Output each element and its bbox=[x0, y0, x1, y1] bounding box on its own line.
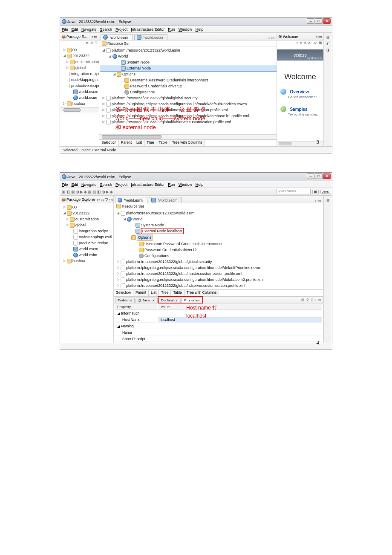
tree-row[interactable]: ▷global bbox=[61, 65, 99, 71]
tree-row[interactable]: ▷00 bbox=[61, 47, 99, 53]
bottom-view-tabs[interactable]: Problems@ JavadocDeclarationProperties ▤… bbox=[114, 297, 323, 304]
home-icon[interactable]: ⌂ bbox=[296, 41, 298, 46]
prop-section[interactable]: ◢ Naming bbox=[115, 324, 322, 329]
workbench-link[interactable]: Workbench bbox=[307, 57, 322, 60]
minimize-view-icon[interactable]: ▫ bbox=[315, 199, 316, 203]
tree-row[interactable]: External Node bbox=[100, 65, 277, 71]
maximize-view-icon[interactable]: ▭ bbox=[317, 199, 321, 203]
tree-row[interactable]: External Node localhost bbox=[115, 228, 323, 234]
perspective-icon[interactable]: ◧ bbox=[326, 42, 330, 46]
menu-help[interactable]: Help bbox=[196, 27, 204, 32]
prop-value[interactable] bbox=[158, 336, 322, 342]
bottom-tab-parent[interactable]: Parent bbox=[133, 290, 149, 296]
menu-project[interactable]: Project bbox=[115, 182, 127, 187]
maximize-button[interactable]: □ bbox=[315, 18, 323, 24]
editor-tab-esim[interactable]: *world.esim bbox=[115, 197, 147, 203]
twist-icon[interactable]: ▷ bbox=[102, 113, 106, 119]
bottom-tab-table[interactable]: Table bbox=[156, 140, 170, 146]
tree-row[interactable]: ▷huahua bbox=[61, 101, 99, 107]
properties-table[interactable]: PropertyValue ◢ InformationHost Nameloca… bbox=[114, 304, 323, 343]
tree-row[interactable]: ◢20123322 bbox=[61, 210, 113, 216]
twist-icon[interactable]: ▷ bbox=[63, 101, 67, 107]
twist-icon[interactable]: ▷ bbox=[102, 107, 106, 113]
twist-icon[interactable]: ▷ bbox=[66, 65, 70, 71]
a-minus-icon[interactable]: A⁻ bbox=[308, 41, 312, 46]
tree-row[interactable]: ▷platform:/plugin/org.eclipse.scada.conf… bbox=[115, 277, 323, 283]
tree-row[interactable]: ◢platform:/resource/20123322/world.esim bbox=[115, 210, 323, 216]
tree-row[interactable]: ▷platform:/resource/20123322/global/mast… bbox=[115, 271, 323, 277]
twist-icon[interactable]: ◢ bbox=[109, 53, 112, 59]
twist-icon[interactable]: ◢ bbox=[63, 210, 67, 216]
menu-project[interactable]: Project bbox=[115, 27, 127, 32]
menu-navigate[interactable]: Navigate bbox=[81, 182, 97, 187]
overview-item[interactable]: Overview Get an overview of bbox=[280, 87, 322, 99]
prop-value[interactable]: localhost bbox=[158, 317, 322, 323]
tree-row[interactable]: nodeMappings.esdi bbox=[61, 234, 113, 240]
tree-row[interactable]: ◢20123322 bbox=[61, 53, 99, 59]
tree-row[interactable]: Password Credentials driver12 bbox=[115, 247, 323, 253]
menu-file[interactable]: File bbox=[62, 27, 68, 32]
menu-run[interactable]: Run bbox=[168, 27, 175, 32]
link-editor-icon[interactable]: ⚏ bbox=[101, 197, 104, 202]
tree-row[interactable]: world.esim bbox=[61, 95, 99, 101]
bottom-tab-tree-with-columns[interactable]: Tree with Columns bbox=[184, 290, 219, 296]
fwd-icon[interactable]: ⇨ bbox=[304, 41, 307, 46]
perspective-icon[interactable]: ▦ bbox=[326, 198, 330, 202]
collapse-all-icon[interactable]: ⇄ bbox=[97, 197, 100, 202]
back-icon[interactable]: ⇦ bbox=[300, 41, 303, 46]
twist-icon[interactable]: ▷ bbox=[63, 47, 67, 53]
pkg-hscroll[interactable] bbox=[60, 107, 99, 113]
perspective-bar[interactable]: ▦ ◧ ◨ bbox=[323, 33, 332, 146]
twist-icon[interactable]: ▷ bbox=[117, 259, 121, 265]
tree-row[interactable]: integration.recipe bbox=[61, 71, 99, 77]
tree-row[interactable]: ▷platform:/resource/20123322/global/hdse… bbox=[115, 283, 323, 289]
view-max-icon[interactable]: ▭ bbox=[94, 35, 98, 39]
tree-row[interactable]: Options bbox=[115, 234, 323, 241]
pin-icon[interactable]: ⚲ bbox=[306, 298, 309, 302]
prop-section[interactable]: ◢ Information bbox=[115, 311, 322, 316]
bottom-tab-parent[interactable]: Parent bbox=[119, 140, 134, 146]
tree-row[interactable]: Username Password Credentials interconne… bbox=[115, 241, 323, 247]
perspective-bar[interactable]: ▦ bbox=[323, 196, 332, 343]
tree-row[interactable]: Configurations bbox=[115, 253, 323, 259]
collapse-all-icon[interactable]: ⇄ bbox=[86, 41, 89, 46]
tree-row[interactable]: ◢World bbox=[100, 53, 277, 59]
samples-item[interactable]: Samples Try out the samples bbox=[280, 105, 322, 116]
tree-row[interactable]: world.escm bbox=[61, 246, 113, 252]
menu-navigate[interactable]: Navigate bbox=[81, 27, 97, 32]
editor-hscroll[interactable] bbox=[99, 134, 277, 139]
close-button[interactable]: ✕ bbox=[323, 173, 331, 179]
tree-row[interactable]: System Node bbox=[100, 59, 277, 65]
quick-access-input[interactable]: Quick Access bbox=[277, 189, 311, 194]
package-tree[interactable]: ▷00◢20123322▷customization▷globalintegra… bbox=[60, 46, 99, 107]
twist-icon[interactable]: ▷ bbox=[117, 271, 121, 277]
tree-row[interactable]: ▷platform:/resource/20123322/global/glob… bbox=[100, 95, 277, 101]
editor-tree[interactable]: ◢platform:/resource/20123322/world.esim◢… bbox=[114, 209, 323, 289]
prop-value[interactable] bbox=[158, 330, 322, 335]
menu-edit[interactable]: Edit bbox=[72, 27, 78, 32]
tree-row[interactable]: nodeMappings.e bbox=[61, 77, 99, 83]
view-tab-properties[interactable]: Properties bbox=[182, 298, 202, 303]
twist-icon[interactable]: ◢ bbox=[117, 210, 121, 216]
open-perspective-button[interactable]: ▦ bbox=[312, 190, 319, 194]
tree-row[interactable]: ▷customization bbox=[61, 59, 99, 65]
menu-icon[interactable]: ▽ bbox=[311, 298, 313, 302]
bottom-tab-tree[interactable]: Tree bbox=[144, 140, 156, 146]
tree-row[interactable]: Password Credentials driver12 bbox=[100, 83, 277, 89]
view-tab-problems[interactable]: Problems bbox=[115, 298, 135, 303]
tree-row[interactable]: ▷platform:/plugin/org.eclipse.scada.conf… bbox=[115, 265, 323, 271]
twist-icon[interactable]: ▷ bbox=[66, 216, 70, 222]
tree-row[interactable]: world.escm bbox=[61, 89, 99, 95]
bottom-tab-tree-with-columns[interactable]: Tree with Columns bbox=[170, 140, 205, 146]
bottom-tab-tree[interactable]: Tree bbox=[159, 290, 171, 296]
twist-icon[interactable]: ▷ bbox=[63, 258, 67, 264]
tree-row[interactable]: Configurations bbox=[100, 89, 277, 95]
menu-search[interactable]: Search bbox=[100, 27, 112, 32]
twist-icon[interactable]: ◢ bbox=[102, 47, 106, 53]
editor-bottom-tabs[interactable]: SelectionParentListTreeTableTree with Co… bbox=[114, 289, 323, 296]
editor-tab-escm[interactable]: *world.escm bbox=[149, 197, 182, 203]
view-menu-icon[interactable]: ▽ bbox=[105, 197, 108, 202]
tree-row[interactable]: integration.recipe bbox=[61, 228, 113, 234]
bottom-tab-list[interactable]: List bbox=[134, 140, 144, 146]
view-tab-declaration[interactable]: Declaration bbox=[159, 298, 181, 303]
